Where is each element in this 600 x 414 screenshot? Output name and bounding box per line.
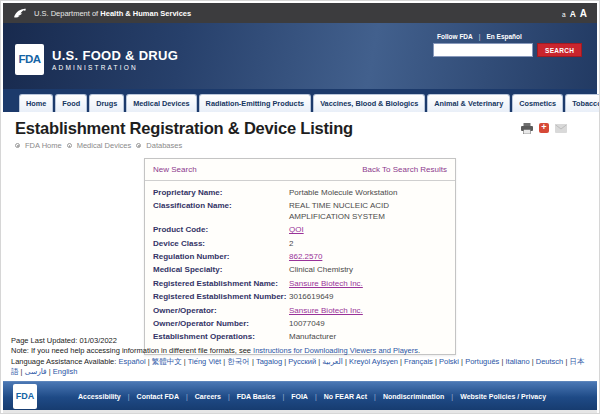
table-row: Registered Establishment Name: Sansure B…	[153, 279, 447, 289]
field-label-product-code: Product Code:	[153, 225, 289, 235]
footer-link-accessibility[interactable]: Accessibility	[78, 393, 137, 400]
owner-operator-link[interactable]: Sansure Biotech Inc.	[289, 306, 447, 316]
table-row: Product Code: QOI	[153, 225, 447, 235]
tab-animal-veterinary[interactable]: Animal & Veterinary	[427, 94, 510, 112]
field-label-owner-operator-number: Owner/Operator Number:	[153, 319, 289, 329]
language-link-french[interactable]: Français	[404, 357, 439, 366]
fda-webpage: U.S. Department of Health & Human Servic…	[0, 0, 600, 414]
downloading-viewers-link[interactable]: Instructions for Downloading Viewers and…	[253, 346, 418, 355]
tab-cosmetics[interactable]: Cosmetics	[512, 94, 563, 112]
device-listing-box: New Search Back To Search Results Propri…	[144, 158, 456, 355]
fda-org-name: U.S. FOOD & DRUG ADMINISTRATION	[52, 48, 178, 71]
search-button[interactable]: SEARCH	[537, 43, 582, 57]
language-link-portuguese[interactable]: Português	[465, 357, 505, 366]
org-line2: ADMINISTRATION	[52, 64, 178, 71]
language-link-tagalog[interactable]: Tagalog	[256, 357, 288, 366]
formats-note: Note: If you need help accessing informa…	[11, 346, 589, 356]
follow-fda-link[interactable]: Follow FDA	[437, 33, 473, 40]
field-label-proprietary-name: Proprietary Name:	[153, 188, 289, 198]
share-icon[interactable]: +	[539, 123, 549, 133]
footer-link-fda-basics[interactable]: FDA Basics	[237, 393, 291, 400]
field-label-device-class: Device Class:	[153, 239, 289, 249]
language-link-russian[interactable]: Русский	[288, 357, 322, 366]
table-row: Owner/Operator: Sansure Biotech Inc.	[153, 306, 447, 316]
language-link-polish[interactable]: Polski	[439, 357, 465, 366]
language-assistance: Language Assistance Available: Español繁體…	[11, 357, 589, 377]
tab-vaccines-blood-biologics[interactable]: Vaccines, Blood & Biologics	[313, 94, 425, 112]
tab-home[interactable]: Home	[19, 94, 53, 112]
language-link-espanol[interactable]: Español	[118, 357, 151, 366]
footer-link-no-fear-act[interactable]: No FEAR Act	[324, 393, 383, 400]
language-link-kreyol[interactable]: Kreyòl Ayisyen	[349, 357, 404, 366]
text-size-medium-button[interactable]: A	[570, 9, 576, 19]
breadcrumb: FDA Home Medical Devices Databases	[15, 141, 585, 150]
tab-radiation-emitting-products[interactable]: Radiation-Emitting Products	[199, 94, 312, 112]
language-link-chinese[interactable]: 繁體中文	[152, 357, 188, 366]
tab-drugs[interactable]: Drugs	[89, 94, 124, 112]
tab-food[interactable]: Food	[55, 94, 87, 112]
text-size-controls: a A A	[562, 8, 587, 19]
language-link-korean[interactable]: 한국어	[227, 357, 256, 366]
breadcrumb-fda-home[interactable]: FDA Home	[25, 141, 62, 150]
main-navigation: Home Food Drugs Medical Devices Radiatio…	[3, 89, 597, 112]
tab-tobacco-products[interactable]: Tobacco Products	[565, 94, 600, 112]
table-row: Proprietary Name: Portable Molecule Work…	[153, 188, 447, 198]
field-value-owner-operator-number: 10077049	[289, 319, 447, 329]
print-icon[interactable]	[521, 123, 533, 134]
field-value-proprietary-name: Portable Molecule Workstation	[289, 188, 447, 198]
footer-link-foia[interactable]: FOIA	[291, 393, 324, 400]
breadcrumb-bullet-icon	[15, 143, 20, 148]
field-value-device-class: 2	[289, 239, 447, 249]
header-utilities: Follow FDA | En Español SEARCH	[433, 33, 583, 57]
text-size-large-button[interactable]: A	[580, 8, 587, 19]
device-fields-table: Proprietary Name: Portable Molecule Work…	[145, 181, 455, 354]
language-link-arabic[interactable]: العربية	[322, 357, 349, 366]
breadcrumb-bullet-icon	[67, 143, 72, 148]
bottom-strip	[3, 410, 597, 413]
footer-link-careers[interactable]: Careers	[195, 393, 237, 400]
language-link-vietnamese[interactable]: Tiếng Việt	[188, 357, 227, 366]
back-to-search-results-link[interactable]: Back To Search Results	[362, 165, 447, 174]
field-label-registered-establishment-name: Registered Establishment Name:	[153, 279, 289, 289]
new-search-link[interactable]: New Search	[153, 165, 197, 174]
text-size-small-button[interactable]: a	[562, 11, 566, 18]
footer-links: Accessibility Contact FDA Careers FDA Ba…	[78, 393, 546, 400]
page-action-icons: +	[521, 123, 567, 134]
hhs-eagle-icon	[13, 7, 28, 20]
field-value-medical-specialty: Clinical Chemistry	[289, 265, 447, 275]
field-label-registered-establishment-number: Registered Establishment Number:	[153, 292, 289, 302]
footer-link-contact-fda[interactable]: Contact FDA	[137, 393, 195, 400]
language-link-farsi[interactable]: فارسی	[25, 367, 53, 376]
breadcrumb-bullet-icon	[136, 143, 141, 148]
page-title: Establishment Registration & Device List…	[15, 119, 353, 138]
footer-fda-logo[interactable]: FDA	[13, 384, 37, 409]
fda-header: FDA U.S. FOOD & DRUG ADMINISTRATION Foll…	[3, 23, 597, 89]
breadcrumb-medical-devices[interactable]: Medical Devices	[77, 141, 132, 150]
field-label-owner-operator: Owner/Operator:	[153, 306, 289, 316]
language-link-italian[interactable]: Italiano	[505, 357, 535, 366]
table-row: Registered Establishment Number: 3016619…	[153, 292, 447, 302]
table-row: Device Class: 2	[153, 239, 447, 249]
fda-logo[interactable]: FDA	[15, 44, 44, 75]
tab-medical-devices[interactable]: Medical Devices	[126, 94, 196, 112]
hhs-top-bar: U.S. Department of Health & Human Servic…	[3, 3, 597, 23]
search-input[interactable]	[433, 43, 533, 57]
language-link-english[interactable]: English	[53, 367, 78, 376]
table-row: Classification Name: REAL TIME NUCLEIC A…	[153, 201, 447, 222]
table-row: Regulation Number: 862.2570	[153, 252, 447, 262]
footer-link-website-policies[interactable]: Website Policies / Privacy	[460, 393, 546, 400]
breadcrumb-databases[interactable]: Databases	[146, 141, 182, 150]
regulation-number-link[interactable]: 862.2570	[289, 252, 447, 262]
footer-link-nondiscrimination[interactable]: Nondiscrimination	[383, 393, 460, 400]
email-icon[interactable]	[555, 124, 567, 133]
table-row: Owner/Operator Number: 10077049	[153, 319, 447, 329]
table-row: Medical Specialty: Clinical Chemistry	[153, 265, 447, 275]
field-label-classification-name: Classification Name:	[153, 201, 289, 222]
language-link-german[interactable]: Deutsch	[536, 357, 570, 366]
main-content: Establishment Registration & Device List…	[3, 112, 597, 381]
hhs-department-link[interactable]: U.S. Department of Health & Human Servic…	[34, 9, 191, 18]
product-code-link[interactable]: QOI	[289, 225, 447, 235]
en-espanol-link[interactable]: En Español	[486, 33, 521, 40]
registered-establishment-name-link[interactable]: Sansure Biotech Inc.	[289, 279, 447, 289]
last-updated-text: Page Last Updated: 01/03/2022	[11, 336, 589, 346]
